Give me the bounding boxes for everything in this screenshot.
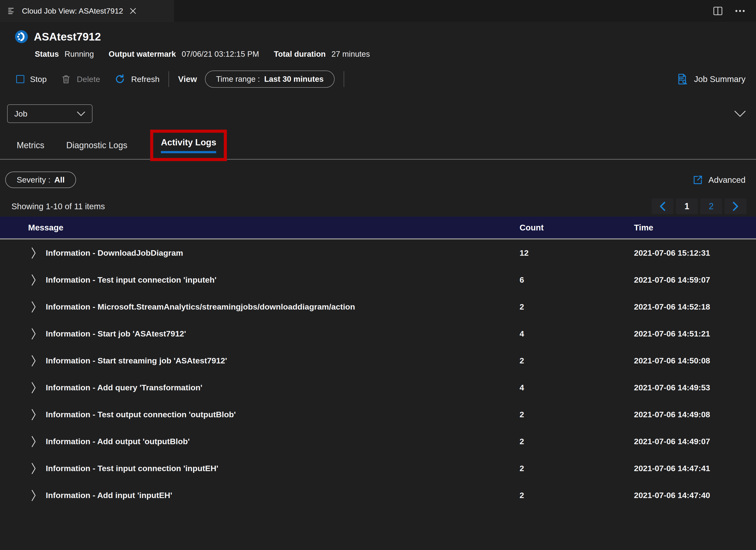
watermark-label: Output watermark [109, 50, 176, 59]
page-button-1[interactable]: 1 [676, 199, 698, 214]
log-message: Information - Microsoft.StreamAnalytics/… [46, 302, 355, 311]
expand-chevron-icon[interactable] [31, 247, 36, 259]
next-page-button[interactable] [725, 199, 746, 214]
column-message: Message [28, 223, 520, 232]
chevron-left-icon [659, 202, 666, 211]
log-message: Information - Start streaming job 'ASAte… [46, 356, 227, 365]
editor-tab-title: Cloud Job View: ASAtest7912 [22, 7, 123, 15]
log-time: 2021-07-06 14:59:07 [634, 275, 756, 285]
log-message: Information - Test input connection 'inp… [46, 275, 216, 285]
log-time: 2021-07-06 15:12:31 [634, 248, 756, 258]
time-range-button[interactable]: Time range : Last 30 minutes [205, 71, 334, 88]
items-summary: Showing 1-10 of 11 items [11, 202, 105, 211]
prev-page-button[interactable] [652, 199, 674, 214]
table-row[interactable]: Information - Add input 'inputEH' 2 2021… [0, 482, 756, 509]
expand-chevron-icon[interactable] [31, 462, 36, 475]
list-icon [7, 7, 16, 15]
editor-tab[interactable]: Cloud Job View: ASAtest7912 [0, 0, 174, 22]
toolbar-divider [344, 71, 344, 87]
refresh-icon [114, 74, 125, 85]
expand-chevron-icon[interactable] [31, 328, 36, 340]
tabs-separator [0, 159, 756, 160]
refresh-button[interactable]: Refresh [114, 74, 159, 85]
job-summary-button[interactable]: Job Summary [676, 73, 746, 85]
status-row: Status Running Output watermark 07/06/21… [35, 50, 756, 59]
log-time: 2021-07-06 14:51:21 [634, 329, 756, 338]
stop-button[interactable]: Stop [16, 75, 47, 84]
collapse-section-button[interactable] [734, 110, 746, 117]
log-time: 2021-07-06 14:49:08 [634, 410, 756, 419]
more-actions-icon[interactable] [735, 5, 746, 16]
toolbar: Stop Delete Refresh View Time range : La… [0, 65, 756, 93]
table-row[interactable]: Information - Test input connection 'inp… [0, 266, 756, 293]
log-time: 2021-07-06 14:47:41 [634, 464, 756, 473]
trash-icon [61, 74, 71, 84]
table-row[interactable]: Information - Test output connection 'ou… [0, 401, 756, 428]
table-row[interactable]: Information - Add output 'outputBlob' 2 … [0, 428, 756, 455]
split-editor-icon[interactable] [712, 5, 724, 17]
toolbar-divider [169, 71, 169, 87]
table-row[interactable]: Information - DownloadJobDiagram 12 2021… [0, 239, 756, 266]
stream-analytics-icon [15, 30, 28, 43]
expand-chevron-icon[interactable] [31, 435, 36, 448]
table-row[interactable]: Information - Add query 'Transformation'… [0, 374, 756, 401]
chevron-down-icon [734, 110, 746, 117]
log-count: 12 [520, 248, 634, 258]
log-message: Information - Add input 'inputEH' [46, 491, 172, 500]
page-button-2[interactable]: 2 [700, 199, 722, 214]
red-annotation-box: Activity Logs [150, 130, 227, 161]
table-header: Message Count Time [0, 217, 756, 239]
filter-row: Severity : All Advanced [5, 172, 746, 188]
tab-diagnostic-logs[interactable]: Diagnostic Logs [66, 140, 127, 150]
log-count: 4 [520, 383, 634, 392]
table-row[interactable]: Information - Start streaming job 'ASAte… [0, 347, 756, 374]
severity-filter-button[interactable]: Severity : All [5, 172, 76, 188]
log-count: 4 [520, 329, 634, 338]
table-row[interactable]: Information - Start job 'ASAtest7912' 4 … [0, 320, 756, 347]
duration-value: 27 minutes [331, 50, 370, 59]
view-button[interactable]: View [178, 74, 197, 84]
expand-chevron-icon[interactable] [31, 301, 36, 313]
expand-chevron-icon[interactable] [31, 382, 36, 394]
table-row[interactable]: Information - Test input connection 'inp… [0, 455, 756, 482]
log-count: 2 [520, 410, 634, 419]
job-summary-icon [676, 73, 688, 85]
log-count: 2 [520, 302, 634, 311]
table-row[interactable]: Information - Microsoft.StreamAnalytics/… [0, 293, 756, 320]
log-count: 2 [520, 491, 634, 500]
stop-icon [16, 75, 24, 83]
tab-metrics[interactable]: Metrics [17, 140, 44, 150]
editor-actions [712, 0, 756, 22]
advanced-button[interactable]: Advanced [693, 175, 746, 185]
column-count: Count [520, 223, 634, 232]
log-message: Information - Add output 'outputBlob' [46, 437, 190, 446]
log-message: Information - DownloadJobDiagram [46, 248, 183, 258]
table-body: Information - DownloadJobDiagram 12 2021… [0, 239, 756, 509]
summary-row: Showing 1-10 of 11 items 1 2 [11, 199, 746, 214]
expand-chevron-icon[interactable] [31, 355, 36, 367]
log-time: 2021-07-06 14:49:07 [634, 437, 756, 446]
log-message: Information - Start job 'ASAtest7912' [46, 329, 186, 338]
watermark-value: 07/06/21 03:12:15 PM [182, 50, 259, 59]
expand-chevron-icon[interactable] [31, 408, 36, 421]
job-dropdown[interactable]: Job [7, 104, 92, 123]
expand-chevron-icon[interactable] [31, 489, 36, 502]
log-time: 2021-07-06 14:50:08 [634, 356, 756, 365]
log-message: Information - Test input connection 'inp… [46, 464, 218, 473]
log-time: 2021-07-06 14:49:53 [634, 383, 756, 392]
pagination: 1 2 [652, 199, 746, 214]
status-value: Running [65, 50, 94, 59]
log-count: 6 [520, 275, 634, 285]
column-time: Time [634, 223, 756, 232]
log-count: 2 [520, 464, 634, 473]
job-header: ASAtest7912 Status Running Output waterm… [0, 22, 756, 59]
tab-activity-logs[interactable]: Activity Logs [161, 137, 216, 148]
close-icon[interactable] [129, 7, 137, 15]
chevron-right-icon [732, 202, 739, 211]
expand-chevron-icon[interactable] [31, 274, 36, 286]
tabs-bar: Metrics Diagnostic Logs Activity Logs [0, 130, 756, 161]
active-tab-underline [161, 151, 216, 153]
log-time: 2021-07-06 14:52:18 [634, 302, 756, 311]
delete-button[interactable]: Delete [61, 74, 100, 84]
editor-tab-strip: Cloud Job View: ASAtest7912 [0, 0, 756, 22]
